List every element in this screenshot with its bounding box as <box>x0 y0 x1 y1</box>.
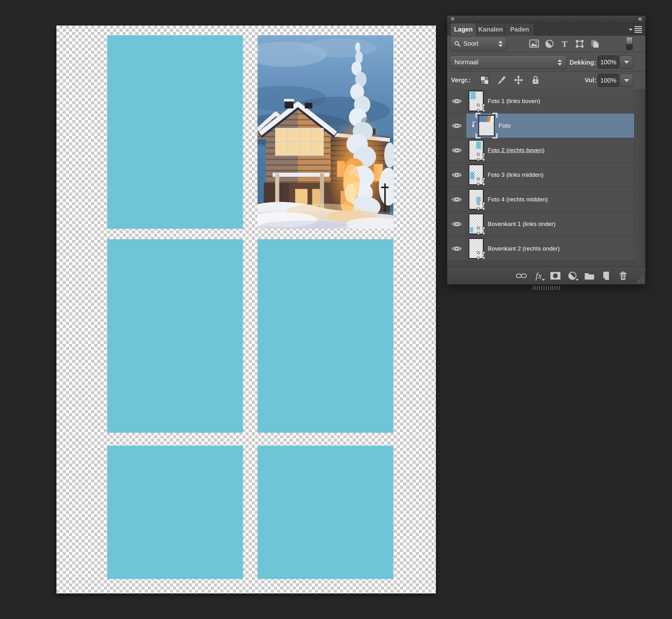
svg-text:T: T <box>561 40 567 48</box>
layer-name[interactable]: Foto 4 (rechts midden) <box>488 196 548 203</box>
panel-drag-handle[interactable] <box>533 286 560 290</box>
layer-row-foto2[interactable]: Foto 2 (rechts boven) <box>447 138 635 163</box>
menu-lines-icon <box>634 26 642 33</box>
placeholder-middle-right[interactable] <box>258 239 393 433</box>
menu-triangle-icon <box>629 29 632 31</box>
tab-lagen[interactable]: Lagen <box>451 23 476 36</box>
chevron-down-icon <box>624 79 629 82</box>
clip-bracket <box>492 113 497 118</box>
new-group-icon[interactable] <box>584 270 595 281</box>
visibility-toggle[interactable] <box>447 89 466 113</box>
layer-style-icon[interactable]: fx <box>533 270 544 281</box>
lock-all-icon[interactable] <box>531 75 541 85</box>
adjustment-layer-icon[interactable] <box>567 270 578 281</box>
fill-dropdown-arrow[interactable] <box>620 74 633 87</box>
smart-object-filter-icon[interactable] <box>590 39 600 49</box>
dropdown-spinner-icon <box>498 41 503 47</box>
panel-menu-icon[interactable] <box>629 25 642 34</box>
filter-kind-dropdown[interactable]: Soort <box>450 37 507 51</box>
eye-icon <box>451 221 462 227</box>
layer-thumbnail[interactable] <box>469 164 483 185</box>
placeholder-top-left[interactable] <box>107 35 243 229</box>
filter-kind-label: Soort <box>463 40 478 47</box>
filter-row: Soort T <box>447 35 645 52</box>
clip-bracket <box>492 133 497 138</box>
layer-name[interactable]: Foto 1 (links boven) <box>488 98 540 105</box>
picture-filter-icon[interactable] <box>529 39 539 49</box>
opacity-dropdown-arrow[interactable] <box>620 56 633 69</box>
placeholder-bottom-left[interactable] <box>107 445 243 579</box>
search-icon <box>454 40 461 47</box>
fill-value[interactable]: 100% <box>598 74 619 87</box>
layer-row-foto4[interactable]: Foto 4 (rechts midden) <box>447 187 635 212</box>
tab-kanalen[interactable]: Kanalen <box>477 23 505 36</box>
visibility-toggle[interactable] <box>447 114 466 138</box>
layer-thumbnail[interactable] <box>478 115 494 136</box>
eye-icon <box>451 196 462 203</box>
lock-transparency-icon[interactable] <box>479 75 489 85</box>
tab-paden[interactable]: Paden <box>505 23 534 36</box>
frame-badge-icon <box>477 153 485 161</box>
photo-top-right[interactable] <box>258 35 393 229</box>
lock-position-icon[interactable] <box>514 75 524 85</box>
placeholder-middle-left[interactable] <box>107 239 243 433</box>
visibility-toggle[interactable] <box>447 236 466 261</box>
frame-badge-icon <box>477 202 485 210</box>
filter-toggle-switch[interactable] <box>626 37 632 50</box>
collapse-panel-icon[interactable]: « <box>638 15 642 23</box>
blend-mode-value: Normaal <box>455 59 478 66</box>
layer-name[interactable]: Bovenkant 2 (rechts onder) <box>488 245 560 252</box>
panel-title-bar: × « <box>447 16 645 23</box>
photoshop-workspace: { "colors": { "app_background": "#262626… <box>0 0 672 619</box>
layer-list-scrollbar[interactable] <box>634 89 645 268</box>
eye-icon <box>451 171 462 179</box>
close-icon[interactable]: × <box>451 15 455 23</box>
chevron-down-icon <box>624 61 629 64</box>
layer-name[interactable]: Foto 3 (links midden) <box>488 171 543 179</box>
layer-row-bovenkant1[interactable]: Bovenkant 1 (links onder) <box>447 212 635 236</box>
layer-name[interactable]: Foto <box>499 122 511 129</box>
layer-row-bovenkant2[interactable]: Bovenkant 2 (rechts onder) <box>447 236 635 261</box>
eye-icon <box>451 98 462 105</box>
panel-tab-strip: Lagen Kanalen Paden <box>447 23 645 36</box>
layer-row-foto1[interactable]: Foto 1 (links boven) <box>447 89 635 114</box>
add-mask-icon[interactable] <box>550 270 561 281</box>
shape-filter-icon[interactable] <box>575 39 584 49</box>
new-layer-icon[interactable] <box>600 270 612 281</box>
frame-badge-icon <box>477 104 485 112</box>
layer-list: Foto 1 (links boven) Foto <box>447 89 635 268</box>
layer-thumbnail[interactable] <box>469 214 483 234</box>
type-filter-icon[interactable]: T <box>559 39 569 49</box>
frame-badge-icon <box>477 251 485 259</box>
canvas-document[interactable] <box>56 25 436 594</box>
eye-icon <box>451 147 462 154</box>
filter-type-icons: T <box>529 39 600 49</box>
delete-layer-icon[interactable] <box>617 270 629 281</box>
chevron-down-icon <box>542 279 545 281</box>
blend-mode-dropdown[interactable]: Normaal <box>450 56 567 69</box>
visibility-toggle[interactable] <box>447 138 466 162</box>
layer-thumbnail[interactable] <box>469 91 483 111</box>
lock-pixels-icon[interactable] <box>496 75 507 85</box>
layer-row-foto3[interactable]: Foto 3 (links midden) <box>447 163 635 187</box>
layer-row-foto-selected[interactable]: Foto <box>447 114 635 138</box>
layer-thumbnail[interactable] <box>469 140 483 160</box>
opacity-label: Dekking: <box>569 59 596 66</box>
blend-row: Normaal Dekking: 100% <box>447 52 645 72</box>
opacity-value[interactable]: 100% <box>598 56 619 69</box>
adjustment-filter-icon[interactable] <box>544 39 554 49</box>
visibility-toggle[interactable] <box>447 212 466 236</box>
layer-thumbnail[interactable] <box>469 189 483 210</box>
panel-resize-grip[interactable] <box>636 275 644 283</box>
visibility-toggle[interactable] <box>447 187 466 211</box>
placeholder-bottom-right[interactable] <box>258 445 393 579</box>
layer-thumbnail[interactable] <box>469 238 483 259</box>
layer-name[interactable]: Foto 2 (rechts boven) <box>488 147 545 154</box>
clip-bracket <box>476 133 481 138</box>
visibility-toggle[interactable] <box>447 163 466 187</box>
layer-name[interactable]: Bovenkant 1 (links onder) <box>488 221 555 227</box>
clip-bracket <box>476 113 481 118</box>
dropdown-spinner-icon <box>557 59 562 66</box>
clipping-mask-arrow-icon <box>471 121 476 129</box>
link-layers-icon[interactable] <box>516 270 527 281</box>
